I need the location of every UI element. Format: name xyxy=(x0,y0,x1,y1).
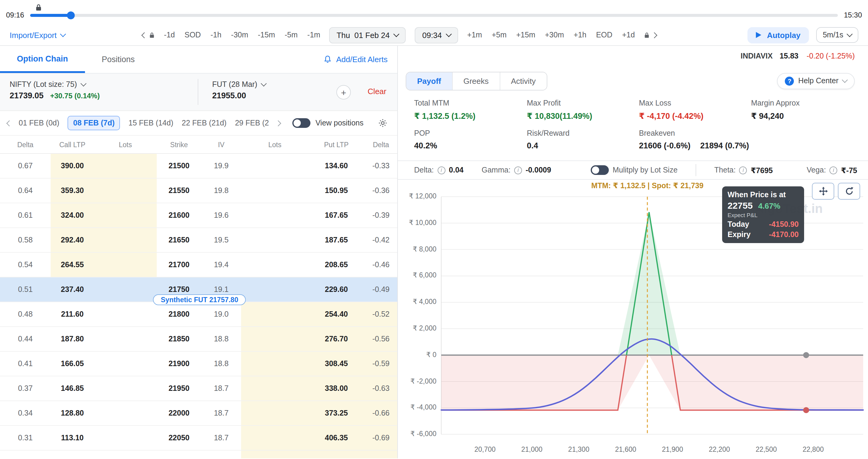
instrument-selector[interactable]: NIFTY (Lot size: 75) xyxy=(10,80,100,89)
call-lots-cell[interactable] xyxy=(94,302,157,326)
add-edit-alerts-button[interactable]: Add/Edit Alerts xyxy=(323,46,388,73)
timeline-slider[interactable] xyxy=(30,14,838,17)
put-lots-cell[interactable] xyxy=(241,203,309,227)
multiply-lot-size-toggle[interactable] xyxy=(591,165,609,175)
call-lots-cell[interactable] xyxy=(94,203,157,227)
put-ltp-cell[interactable]: 373.25 xyxy=(309,401,364,425)
autoplay-button[interactable]: Autoplay xyxy=(748,27,809,43)
option-row-21950[interactable]: 0.37146.852195018.7338.00-0.63 xyxy=(0,376,397,401)
option-row-21600[interactable]: 0.61324.002160019.6167.65-0.39 xyxy=(0,203,397,228)
call-lots-cell[interactable] xyxy=(94,253,157,277)
put-ltp-cell[interactable]: 308.45 xyxy=(309,352,364,376)
put-ltp-cell[interactable]: 208.65 xyxy=(309,253,364,277)
put-lots-cell[interactable] xyxy=(241,154,309,178)
time-step-15m[interactable]: -15m xyxy=(258,31,275,39)
call-ltp-cell[interactable]: 128.80 xyxy=(51,401,94,425)
call-lots-cell[interactable] xyxy=(94,154,157,178)
put-lots-cell[interactable] xyxy=(241,278,309,302)
put-lots-cell[interactable] xyxy=(241,302,309,326)
call-ltp-cell[interactable]: 113.10 xyxy=(51,426,94,450)
view-positions-toggle[interactable] xyxy=(293,118,311,128)
call-ltp-cell[interactable]: 359.30 xyxy=(51,178,94,203)
put-lots-cell[interactable] xyxy=(241,426,309,450)
option-row-22100[interactable]: 0.2898.052210018.6441.05-0.72 xyxy=(0,451,397,458)
put-ltp-cell[interactable]: 187.65 xyxy=(309,228,364,252)
time-step-sod[interactable]: SOD xyxy=(184,31,201,39)
time-step-1h[interactable]: -1h xyxy=(210,31,221,39)
time-step-15m[interactable]: +15m xyxy=(516,31,535,39)
put-lots-cell[interactable] xyxy=(241,376,309,401)
tab-activity[interactable]: Activity xyxy=(499,72,547,90)
settings-gear-icon[interactable] xyxy=(378,118,388,128)
call-ltp-cell[interactable]: 98.05 xyxy=(51,451,94,458)
call-lots-cell[interactable] xyxy=(94,327,157,351)
date-selector[interactable]: Thu 01 Feb 24 xyxy=(330,27,406,43)
time-step-30m[interactable]: -30m xyxy=(231,31,248,39)
call-ltp-cell[interactable]: 237.40 xyxy=(51,278,94,302)
add-instrument-button[interactable]: + xyxy=(336,85,351,99)
put-ltp-cell[interactable]: 276.70 xyxy=(309,327,364,351)
call-lots-cell[interactable] xyxy=(94,376,157,401)
tab-payoff[interactable]: Payoff xyxy=(406,72,452,90)
expiry-tab-2[interactable]: 15 FEB (14d) xyxy=(128,119,173,127)
call-ltp-cell[interactable]: 324.00 xyxy=(51,203,94,227)
put-lots-cell[interactable] xyxy=(241,253,309,277)
option-row-21650[interactable]: 0.58292.402165019.5187.65-0.42 xyxy=(0,228,397,253)
speed-selector[interactable]: 5m/1s xyxy=(816,27,858,43)
option-row-21900[interactable]: 0.41166.052190018.8308.45-0.59 xyxy=(0,352,397,376)
tab-option-chain[interactable]: Option Chain xyxy=(0,46,85,73)
time-step-1d[interactable]: +1d xyxy=(622,31,635,39)
call-lots-cell[interactable] xyxy=(94,278,157,302)
info-icon[interactable]: i xyxy=(739,166,747,174)
expiry-tab-0[interactable]: 01 FEB (0d) xyxy=(19,119,59,127)
time-selector[interactable]: 09:34 xyxy=(415,27,458,43)
reset-zoom-button[interactable] xyxy=(838,183,860,200)
time-step-1h[interactable]: +1h xyxy=(574,31,586,39)
call-ltp-cell[interactable]: 211.60 xyxy=(51,302,94,326)
tab-positions[interactable]: Positions xyxy=(85,46,152,73)
put-ltp-cell[interactable]: 150.95 xyxy=(309,178,364,203)
expiry-scroll-left[interactable] xyxy=(7,121,11,125)
put-lots-cell[interactable] xyxy=(241,401,309,425)
option-row-21850[interactable]: 0.44187.802185018.8276.70-0.56 xyxy=(0,327,397,352)
clear-button[interactable]: Clear xyxy=(368,87,386,96)
put-lots-cell[interactable] xyxy=(241,327,309,351)
tab-greeks[interactable]: Greeks xyxy=(452,72,499,90)
jump-to-end[interactable] xyxy=(644,32,656,38)
call-ltp-cell[interactable]: 146.85 xyxy=(51,376,94,401)
jump-to-start[interactable] xyxy=(142,32,155,38)
option-row-22000[interactable]: 0.34128.802200018.7373.25-0.66 xyxy=(0,401,397,426)
call-lots-cell[interactable] xyxy=(94,451,157,458)
put-ltp-cell[interactable]: 406.35 xyxy=(309,426,364,450)
time-step-1m[interactable]: +1m xyxy=(467,31,482,39)
call-lots-cell[interactable] xyxy=(94,352,157,376)
put-ltp-cell[interactable]: 254.40 xyxy=(309,302,364,326)
info-icon[interactable]: i xyxy=(437,166,445,174)
put-ltp-cell[interactable]: 134.60 xyxy=(309,154,364,178)
future-selector[interactable]: FUT (28 Mar) xyxy=(212,80,266,89)
timeline-handle[interactable] xyxy=(67,11,75,19)
put-lots-cell[interactable] xyxy=(241,451,309,458)
call-lots-cell[interactable] xyxy=(94,401,157,425)
option-row-22050[interactable]: 0.31113.102205018.7406.35-0.69 xyxy=(0,426,397,451)
time-step-eod[interactable]: EOD xyxy=(596,31,613,39)
option-row-21700[interactable]: 0.54264.552170019.4208.65-0.46 xyxy=(0,253,397,278)
call-ltp-cell[interactable]: 390.00 xyxy=(51,154,94,178)
call-lots-cell[interactable] xyxy=(94,178,157,203)
time-step-1d[interactable]: -1d xyxy=(164,31,175,39)
time-step-30m[interactable]: +30m xyxy=(545,31,564,39)
put-ltp-cell[interactable]: 338.00 xyxy=(309,376,364,401)
call-ltp-cell[interactable]: 264.55 xyxy=(51,253,94,277)
call-lots-cell[interactable] xyxy=(94,426,157,450)
put-lots-cell[interactable] xyxy=(241,228,309,252)
put-ltp-cell[interactable]: 229.60 xyxy=(309,278,364,302)
time-step-1m[interactable]: -1m xyxy=(307,31,320,39)
pan-button[interactable] xyxy=(812,183,834,200)
call-lots-cell[interactable] xyxy=(94,228,157,252)
time-step-5m[interactable]: -5m xyxy=(285,31,298,39)
option-row-21800[interactable]: 0.48211.602180019.0254.40-0.52 xyxy=(0,302,397,327)
expiry-tab-1[interactable]: 08 FEB (7d) xyxy=(68,116,120,130)
put-lots-cell[interactable] xyxy=(241,178,309,203)
info-icon[interactable]: i xyxy=(830,166,837,174)
call-ltp-cell[interactable]: 187.80 xyxy=(51,327,94,351)
